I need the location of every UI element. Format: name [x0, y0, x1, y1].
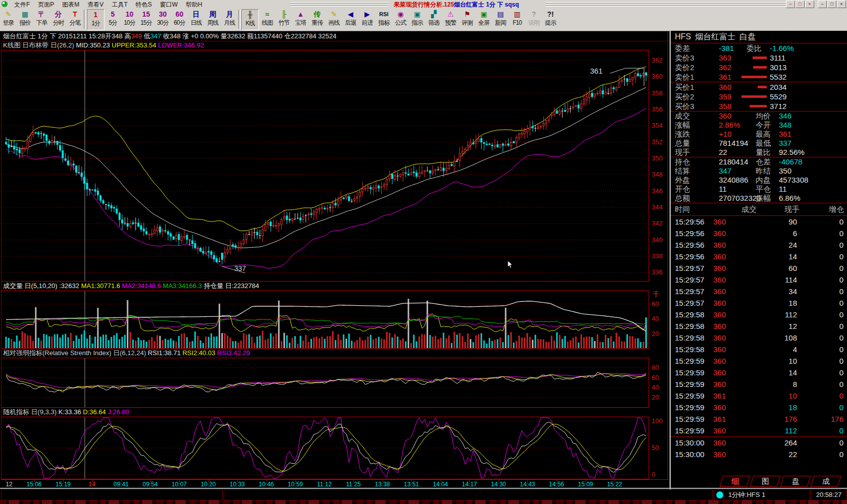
kline-icon: ╫ — [242, 10, 258, 20]
price-level-买价3[interactable]: 买价33583712 — [671, 101, 847, 111]
kline-chart-pane[interactable]: 3623603583563543523503483463443423403383… — [1, 50, 669, 282]
stat-label: 持仓 — [675, 157, 690, 166]
quote-name: 烟台红富士 — [695, 32, 735, 41]
vheader-seg-1: MA1:30771.6 — [81, 282, 122, 290]
toolbar-button-alert[interactable]: ⚠预警 — [442, 9, 459, 29]
toolbar-button-quote[interactable]: ▦报价 — [17, 9, 33, 29]
rsi-pane-header: 相对强弱指标(Relative Strenth Index) 日(6,12,24… — [1, 349, 670, 358]
time-label-13:51: 13:51 — [404, 481, 419, 488]
svg-text:40: 40 — [652, 383, 659, 391]
trade-time: 15:30:00 — [675, 449, 704, 460]
volume-chart-pane[interactable]: 604020千 — [1, 291, 669, 349]
kheader-seg-1: MID:350.23 — [76, 41, 112, 49]
trade-row: 15:29:56360240 — [671, 239, 847, 251]
menu-页面P[interactable]: 页面P — [34, 0, 58, 9]
close-button[interactable]: × — [837, 1, 846, 8]
toolbar-button-linechart[interactable]: ≈线图 — [259, 9, 276, 29]
toolbar-button-news[interactable]: ▤新闻 — [492, 9, 509, 29]
toolbar-button-drawline[interactable]: ✎画线 — [326, 9, 342, 29]
menu-文件F[interactable]: 文件F — [10, 0, 34, 9]
rsi-chart-pane[interactable]: 80604020 — [1, 358, 669, 408]
menu-窗口W[interactable]: 窗口W — [156, 0, 182, 9]
toolbar-button-kline[interactable]: ╫K线 — [241, 9, 259, 30]
level-qty-bar — [753, 66, 767, 69]
trade-row: 15:30:00360220 — [671, 449, 847, 460]
price-level-买价1[interactable]: 买价13602034 — [671, 82, 847, 92]
toolbar-button-forward[interactable]: ▶前进 — [359, 9, 376, 29]
menu-查看V[interactable]: 查看V — [83, 0, 108, 9]
menu-图表M[interactable]: 图表M — [58, 0, 83, 9]
level-price: 360 — [719, 82, 731, 92]
toolbar-label-order: 下单 — [33, 19, 50, 27]
trade-increase: 0 — [787, 344, 843, 355]
toolbar-button-evaluate[interactable]: ⚑评测 — [459, 9, 475, 29]
toolbar-button-min10[interactable]: 1010分 — [121, 9, 138, 29]
time-label-15:19: 15:19 — [56, 481, 71, 488]
toolbar-button-f10[interactable]: ▥F10 — [509, 9, 525, 29]
kheader-seg-2: UPPER:353.54 — [112, 41, 158, 49]
stat-label: 涨幅 — [675, 121, 690, 130]
toolbar-button-filter[interactable]: ▞筛选 — [426, 9, 442, 29]
toolbar-button-bamboo[interactable]: ╟竹节 — [276, 9, 292, 29]
toolbar-button-login[interactable]: ✎登录 — [0, 9, 17, 29]
toolbar-button-formula[interactable]: ◉公式 — [392, 9, 409, 29]
minimize-button[interactable]: – — [818, 1, 827, 8]
svg-text:340: 340 — [652, 236, 663, 244]
quote-title: HFS烟台红富士白盘 — [671, 31, 847, 43]
toolbar-button-min60[interactable]: 6060分 — [171, 9, 188, 29]
toolbar-button-tips[interactable]: ?!提示 — [542, 9, 559, 29]
toolbar-button-daily[interactable]: 日日线 — [188, 9, 204, 29]
toolbar-button-min1[interactable]: 11分 — [87, 9, 104, 30]
price-level-买价2[interactable]: 买价23595529 — [671, 92, 847, 101]
toolbar-button-pagoda[interactable]: ▲宝塔 — [292, 9, 309, 29]
stochastic-chart-pane[interactable]: 100500 — [1, 417, 669, 479]
toolbar-button-help[interactable]: ?说明 — [525, 9, 542, 29]
toolbar-button-intraday[interactable]: 分分时 — [50, 9, 67, 29]
price-level-卖价3[interactable]: 卖价33633111 — [671, 53, 847, 63]
trade-price: 360 — [713, 378, 726, 390]
menu-帮助H[interactable]: 帮助H — [182, 0, 206, 9]
rheader-seg-0: 相对强弱指标(Relative Strenth Index) 日(6,12,24… — [3, 349, 148, 357]
toolbar-button-fullscreen[interactable]: ▣全屏 — [475, 9, 492, 29]
toolbar-button-monthly[interactable]: 月月线 — [221, 9, 238, 29]
toolbar-button-instruct[interactable]: ▣指示 — [409, 9, 426, 29]
toolbar-button-back[interactable]: ◀后退 — [342, 9, 359, 29]
tab-chart[interactable]: 图 — [750, 476, 780, 487]
menu-工具T[interactable]: 工具T — [108, 0, 131, 9]
toolbar-button-indicator[interactable]: RSI指标 — [376, 9, 392, 29]
menu-特色S[interactable]: 特色S — [132, 0, 156, 9]
stat-value: 4573308 — [779, 176, 808, 185]
trade-increase: 0 — [787, 332, 843, 344]
tab-label-done: 成 — [822, 476, 830, 486]
restore-button[interactable]: □ — [827, 1, 836, 8]
toolbar-button-min5[interactable]: 55分 — [104, 9, 121, 29]
toolbar-button-tick[interactable]: T分笔 — [67, 9, 83, 29]
child-restore-button[interactable]: □ — [796, 1, 805, 8]
toolbar-button-min30[interactable]: 3030分 — [154, 9, 171, 29]
toolbar-label-tips: 提示 — [542, 19, 559, 27]
price-level-卖价2[interactable]: 卖价23623013 — [671, 63, 847, 72]
toolbar-button-min15[interactable]: 1515分 — [138, 9, 154, 29]
child-minimize-button[interactable]: – — [786, 1, 795, 8]
trade-price: 360 — [713, 344, 726, 355]
tab-done[interactable]: 成 — [810, 476, 841, 487]
trade-time: 15:29:59 — [675, 425, 704, 436]
tab-board[interactable]: 盘 — [780, 476, 811, 487]
trades-col-时间: 时间 — [675, 203, 690, 215]
volume-pane-header: 成交量 日(5,10,20) :32632 MA1:30771.6 MA2:34… — [1, 282, 670, 291]
toolbar-button-retransmit[interactable]: 传重传 — [309, 9, 326, 29]
toolbar-button-weekly[interactable]: 周周线 — [204, 9, 221, 29]
kheader-seg-3: LOWER:346.92 — [158, 41, 204, 49]
tab-detail[interactable]: 细 — [719, 476, 750, 487]
svg-text:352: 352 — [652, 138, 663, 146]
level-price: 363 — [719, 53, 731, 63]
statusline-seg-1: 349 — [131, 32, 142, 40]
toolbar-button-order[interactable]: 〒下单 — [33, 9, 50, 29]
toolbar-label-min10: 10分 — [121, 19, 138, 27]
child-close-button[interactable]: × — [805, 1, 814, 8]
svg-text:80: 80 — [652, 364, 659, 371]
svg-text:千: 千 — [653, 291, 659, 298]
svg-text:350: 350 — [652, 154, 663, 162]
price-level-卖价1[interactable]: 卖价13615532 — [671, 72, 847, 82]
window-title-seg-1: 烟台红富士 1分 下 sqsq — [454, 1, 519, 8]
